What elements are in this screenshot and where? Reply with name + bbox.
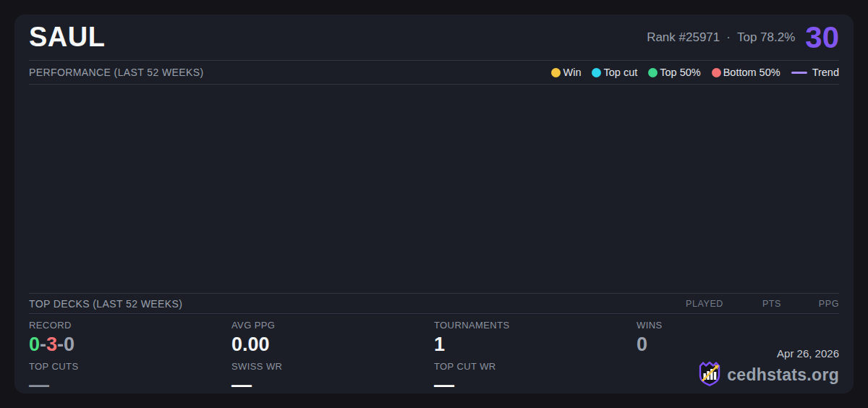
stat-avg-ppg: AVG PPG 0.00	[231, 320, 434, 356]
stat-record: RECORD 0-3-0	[29, 320, 231, 356]
legend-label-top-cut: Top cut	[603, 67, 637, 78]
legend-item-top-cut: Top cut	[592, 67, 637, 78]
win-dot-icon	[551, 68, 561, 77]
stat-value-tournaments: 1	[434, 333, 637, 356]
legend-label-bottom-50: Bottom 50%	[723, 67, 780, 78]
stat-top-cuts: TOP CUTS —	[29, 361, 231, 395]
player-stats-card: SAUL Rank #25971 · Top 78.2% 30 PERFORMA…	[14, 14, 854, 394]
stat-value-avg-ppg: 0.00	[231, 333, 434, 356]
legend-item-trend: Trend	[791, 67, 839, 78]
legend-label-win: Win	[563, 67, 581, 78]
legend-item-top-50: Top 50%	[648, 67, 700, 78]
top-decks-columns: PLAYED PTS PPG	[658, 299, 839, 309]
legend-item-win: Win	[551, 67, 581, 78]
stat-label-top-cut-wr: TOP CUT WR	[434, 361, 637, 372]
rank-line: Rank #25971 · Top 78.2%	[647, 30, 795, 45]
column-header-played: PLAYED	[658, 299, 723, 309]
column-header-ppg: PPG	[781, 299, 839, 309]
stat-swiss-wr: SWISS WR —	[231, 361, 434, 395]
performance-title: PERFORMANCE (LAST 52 WEEKS)	[29, 67, 204, 78]
legend-label-top-50: Top 50%	[660, 67, 700, 78]
record-sep: -	[57, 333, 64, 355]
stat-value-swiss-wr: —	[231, 375, 434, 395]
trend-line-icon	[791, 72, 807, 74]
player-name: SAUL	[29, 22, 105, 53]
top-decks-header: TOP DECKS (LAST 52 WEEKS) PLAYED PTS PPG	[14, 294, 854, 313]
stat-label-swiss-wr: SWISS WR	[231, 361, 434, 372]
brand-row[interactable]: cedhstats.org	[698, 361, 839, 389]
card-footer: Apr 26, 2026 cedhstats.org	[698, 347, 839, 389]
score-value: 30	[805, 22, 839, 53]
rank-separator: ·	[726, 30, 731, 45]
record-wins: 0	[29, 333, 40, 355]
record-draws: 0	[64, 333, 75, 355]
stat-label-avg-ppg: AVG PPG	[231, 320, 434, 331]
legend-item-bottom-50: Bottom 50%	[712, 67, 780, 78]
stat-label-top-cuts: TOP CUTS	[29, 361, 231, 372]
brand-link[interactable]: cedhstats.org	[727, 365, 839, 385]
cedhstats-logo-icon	[698, 361, 721, 389]
rank-number: Rank #25971	[647, 30, 720, 45]
top-cut-dot-icon	[592, 68, 601, 77]
stat-value-top-cut-wr: —	[434, 375, 637, 395]
card-header: SAUL Rank #25971 · Top 78.2% 30	[14, 14, 854, 60]
chart-legend: Win Top cut Top 50% Bottom 50% Trend	[551, 67, 839, 78]
stat-tournaments: TOURNAMENTS 1	[434, 320, 637, 356]
performance-chart-area	[14, 85, 854, 293]
top-decks-title: TOP DECKS (LAST 52 WEEKS)	[29, 298, 182, 310]
legend-label-trend: Trend	[812, 67, 839, 78]
top-percent: Top 78.2%	[737, 30, 795, 45]
column-header-pts: PTS	[723, 299, 781, 309]
performance-header: PERFORMANCE (LAST 52 WEEKS) Win Top cut …	[14, 61, 854, 84]
stat-label-wins: WINS	[637, 320, 839, 331]
card-date: Apr 26, 2026	[698, 347, 839, 360]
record-losses: 3	[46, 333, 57, 355]
stat-top-cut-wr: TOP CUT WR —	[434, 361, 637, 395]
stat-value-top-cuts: —	[29, 375, 231, 395]
top-50-dot-icon	[648, 68, 658, 77]
stat-label-tournaments: TOURNAMENTS	[434, 320, 637, 331]
stat-label-record: RECORD	[29, 320, 231, 331]
header-rank-area: Rank #25971 · Top 78.2% 30	[647, 22, 839, 53]
bottom-50-dot-icon	[712, 68, 721, 77]
record-sep: -	[40, 333, 46, 355]
stat-value-record: 0-3-0	[29, 333, 231, 356]
